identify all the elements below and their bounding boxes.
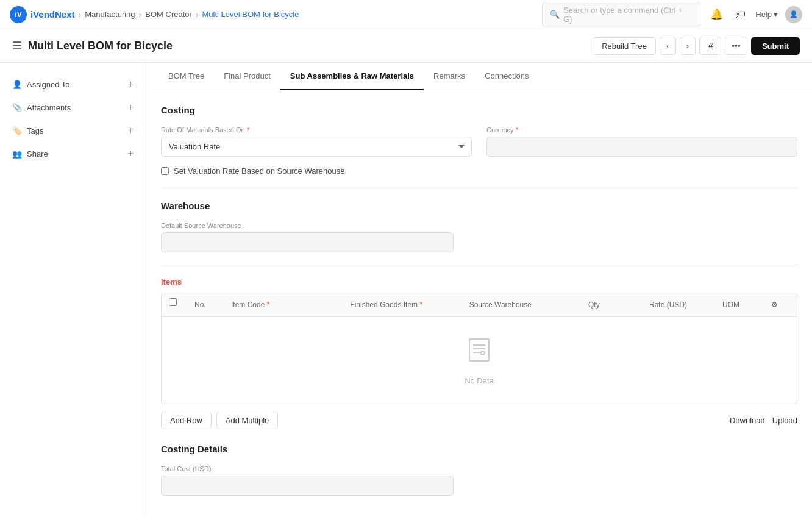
- source-warehouse-input[interactable]: DLF Store - AR: [161, 232, 454, 252]
- col-item-code: Item Code *: [227, 298, 346, 312]
- valuation-checkbox-row: Set Valuation Rate Based on Source Wareh…: [161, 166, 797, 176]
- sidebar-label-share: Share: [27, 149, 48, 159]
- breadcrumb-sep-3: ›: [196, 10, 199, 20]
- sidebar-item-share[interactable]: 👥 Share +: [0, 142, 146, 165]
- more-options-icon[interactable]: •••: [725, 37, 747, 55]
- nav-left: iV iVendNext › Manufacturing › BOM Creat…: [10, 6, 299, 23]
- sidebar-item-tags[interactable]: 🏷️ Tags +: [0, 119, 146, 142]
- logo-text: iV: [15, 10, 21, 19]
- breadcrumb-manufacturing[interactable]: Manufacturing: [85, 10, 135, 19]
- finished-goods-required: *: [419, 301, 422, 309]
- table-header: No. Item Code * Finished Goods Item * So…: [162, 293, 797, 317]
- prev-button[interactable]: ‹: [660, 37, 676, 55]
- share-add-button[interactable]: +: [128, 148, 134, 159]
- next-button[interactable]: ›: [680, 37, 696, 55]
- sidebar-item-left-assigned: 👤 Assigned To: [12, 80, 70, 89]
- breadcrumb-bom-creator[interactable]: BOM Creator: [145, 10, 192, 19]
- warehouse-section: Warehouse Default Source Warehouse DLF S…: [161, 201, 797, 252]
- no-data-icon: [465, 335, 494, 370]
- attachments-add-button[interactable]: +: [128, 102, 134, 113]
- top-nav: iV iVendNext › Manufacturing › BOM Creat…: [0, 0, 812, 29]
- share-icon: 👥: [12, 149, 22, 159]
- sidebar-label-tags: Tags: [27, 126, 43, 135]
- nav-right: 🔍 Search or type a command (Ctrl + G) 🔔 …: [542, 2, 802, 27]
- user-avatar[interactable]: 👤: [785, 6, 802, 23]
- table-footer-right: Download Upload: [730, 416, 797, 425]
- add-multiple-button[interactable]: Add Multiple: [216, 412, 279, 429]
- breadcrumb-sep-2: ›: [139, 10, 142, 20]
- sidebar-item-attachments[interactable]: 📎 Attachments +: [0, 96, 146, 119]
- warehouse-form-group: Default Source Warehouse DLF Store - AR: [161, 222, 454, 252]
- notification-bell-icon[interactable]: 🔔: [708, 5, 725, 23]
- rate-required-star: *: [247, 126, 249, 134]
- tab-connections[interactable]: Connections: [475, 63, 538, 90]
- page-actions: Rebuild Tree ‹ › 🖨 ••• Submit: [593, 37, 800, 55]
- page-title-area: ☰ Multi Level BOM for Bicycle: [12, 39, 173, 52]
- rebuild-tree-button[interactable]: Rebuild Tree: [593, 37, 656, 55]
- valuation-checkbox-label[interactable]: Set Valuation Rate Based on Source Wareh…: [174, 166, 344, 176]
- total-cost-input: $ 0.00: [161, 476, 454, 496]
- app-name: iVendNext: [30, 9, 75, 20]
- costing-section: Costing Rate Of Materials Based On * Val…: [161, 105, 797, 176]
- app-logo[interactable]: iV iVendNext: [10, 6, 75, 23]
- warehouse-heading: Warehouse: [161, 201, 797, 211]
- currency-label: Currency *: [486, 126, 797, 134]
- tabs: BOM Tree Final Product Sub Assemblies & …: [146, 63, 812, 90]
- items-table: No. Item Code * Finished Goods Item * So…: [161, 293, 797, 404]
- help-button[interactable]: Help ▾: [755, 10, 778, 19]
- table-footer-left: Add Row Add Multiple: [161, 412, 278, 429]
- download-button[interactable]: Download: [730, 416, 765, 425]
- currency-form-group: Currency * USD: [486, 126, 797, 157]
- sidebar-label-attachments: Attachments: [27, 103, 71, 112]
- page-title: Multi Level BOM for Bicycle: [28, 40, 173, 52]
- page-header: ☰ Multi Level BOM for Bicycle Rebuild Tr…: [0, 29, 812, 63]
- col-rate: Rate (USD): [646, 298, 719, 312]
- tab-final-product[interactable]: Final Product: [214, 63, 280, 90]
- upload-button[interactable]: Upload: [772, 416, 797, 425]
- tab-bom-tree[interactable]: BOM Tree: [158, 63, 214, 90]
- source-warehouse-label: Default Source Warehouse: [161, 222, 454, 229]
- add-row-button[interactable]: Add Row: [161, 412, 212, 429]
- costing-heading: Costing: [161, 105, 797, 115]
- sidebar-item-assigned-to[interactable]: 👤 Assigned To +: [0, 73, 146, 96]
- costing-form-row: Rate Of Materials Based On * Valuation R…: [161, 126, 797, 157]
- hamburger-menu-icon[interactable]: ☰: [12, 39, 22, 52]
- table-body-empty: No Data: [162, 317, 797, 404]
- total-cost-label: Total Cost (USD): [161, 465, 454, 472]
- rate-select[interactable]: Valuation Rate Last Purchase Rate Price …: [161, 137, 472, 157]
- logo-circle: iV: [10, 6, 27, 23]
- no-data-text: No Data: [465, 376, 494, 385]
- valuation-checkbox[interactable]: [161, 167, 169, 175]
- breadcrumb-current[interactable]: Multi Level BOM for Bicycle: [202, 10, 299, 19]
- assigned-to-add-button[interactable]: +: [128, 79, 134, 90]
- col-uom: UOM: [719, 298, 767, 312]
- search-placeholder: Search or type a command (Ctrl + G): [563, 5, 693, 24]
- sidebar-item-left-attachments: 📎 Attachments: [12, 103, 71, 112]
- print-icon[interactable]: 🖨: [699, 37, 721, 55]
- col-settings[interactable]: ⚙: [767, 298, 789, 312]
- currency-input[interactable]: USD: [486, 137, 797, 157]
- search-box[interactable]: 🔍 Search or type a command (Ctrl + G): [542, 2, 700, 27]
- sidebar-item-left-tags: 🏷️ Tags: [12, 126, 43, 135]
- items-section: Items No. Item Code * Finished Goods Ite…: [161, 277, 797, 429]
- main-layout: 👤 Assigned To + 📎 Attachments + 🏷️ Tags …: [0, 63, 812, 517]
- select-all-checkbox[interactable]: [169, 298, 177, 306]
- col-source-warehouse: Source Warehouse: [466, 298, 585, 312]
- tab-remarks[interactable]: Remarks: [424, 63, 475, 90]
- currency-required-star: *: [516, 126, 518, 134]
- sidebar: 👤 Assigned To + 📎 Attachments + 🏷️ Tags …: [0, 63, 146, 517]
- sidebar-item-left-share: 👥 Share: [12, 149, 48, 159]
- section-content: Costing Rate Of Materials Based On * Val…: [146, 90, 812, 510]
- col-checkbox: [169, 298, 191, 312]
- svg-rect-0: [469, 339, 489, 361]
- content-area: BOM Tree Final Product Sub Assemblies & …: [146, 63, 812, 517]
- breadcrumb-sep-1: ›: [79, 10, 82, 20]
- col-finished-goods: Finished Goods Item *: [346, 298, 465, 312]
- rate-label: Rate Of Materials Based On *: [161, 126, 472, 134]
- tags-add-button[interactable]: +: [128, 125, 134, 136]
- tab-sub-assemblies[interactable]: Sub Assemblies & Raw Materials: [280, 63, 424, 90]
- bookmark-icon[interactable]: 🏷: [733, 6, 748, 23]
- submit-button[interactable]: Submit: [751, 37, 800, 55]
- total-cost-form-group: Total Cost (USD) $ 0.00: [161, 465, 454, 496]
- help-chevron-icon: ▾: [774, 10, 778, 19]
